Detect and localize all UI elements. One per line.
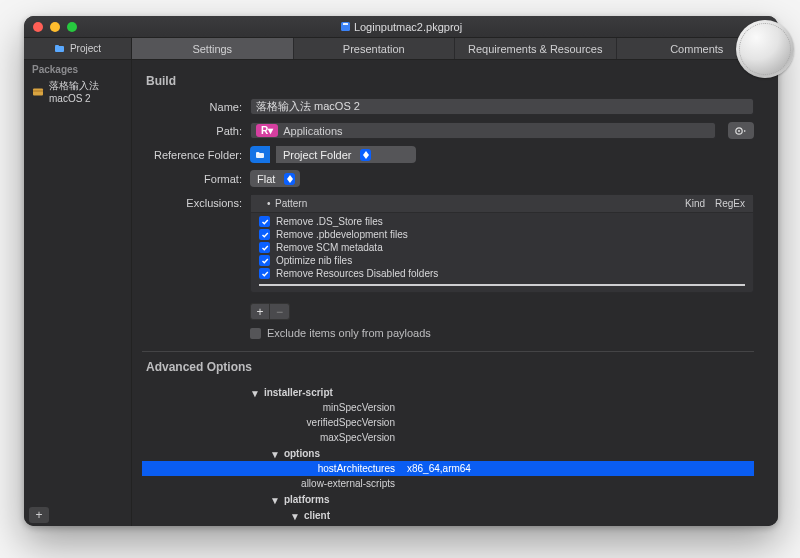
main-panel: Build Name: 落格输入法 macOS 2 Path: R▾ Appli…	[132, 60, 778, 526]
authenticity-seal-icon	[736, 20, 794, 78]
path-type-badge: R▾	[256, 124, 278, 137]
checkbox-icon[interactable]	[259, 268, 270, 279]
section-title-build: Build	[146, 74, 754, 88]
label-name: Name:	[142, 101, 250, 113]
label-exclusions: Exclusions:	[142, 194, 250, 209]
tree-row-hostarchitectures[interactable]: hostArchitecturesx86_64,arm64	[142, 461, 754, 476]
tree-group-platforms[interactable]: ▼platforms	[142, 491, 754, 507]
svg-rect-4	[33, 88, 43, 95]
col-regex: RegEx	[705, 198, 745, 209]
checkbox-icon[interactable]	[259, 216, 270, 227]
exclusion-row[interactable]: Optimize nib files	[251, 254, 753, 267]
tab-bar: Settings Presentation Requirements & Res…	[132, 38, 778, 59]
exclude-payloads-row[interactable]: Exclude items only from payloads	[250, 327, 754, 339]
disclosure-icon: ▼	[270, 495, 280, 506]
tab-presentation[interactable]: Presentation	[294, 38, 456, 59]
toolbar: Project Settings Presentation Requiremen…	[24, 38, 778, 60]
exclusion-row[interactable]: Remove .DS_Store files	[251, 215, 753, 228]
tree-row[interactable]: arch	[142, 523, 754, 526]
disclosure-icon: ▼	[270, 449, 280, 460]
svg-rect-8	[256, 152, 260, 154]
tree-row[interactable]: verifiedSpecVersion	[142, 415, 754, 430]
exclusion-row[interactable]: Remove .pbdevelopment files	[251, 228, 753, 241]
popup-arrows-icon	[360, 149, 371, 161]
svg-rect-3	[55, 45, 59, 47]
label-path: Path:	[142, 125, 250, 137]
label-format: Format:	[142, 173, 250, 185]
project-toolbar-label: Project	[70, 43, 101, 54]
svg-point-6	[738, 130, 740, 132]
reference-folder-type-badge[interactable]	[250, 146, 270, 163]
add-package-button[interactable]: +	[29, 507, 49, 523]
tree-group-options[interactable]: ▼options	[142, 445, 754, 461]
col-kind: Kind	[671, 198, 705, 209]
exclude-payloads-label: Exclude items only from payloads	[267, 327, 431, 339]
exclusions-table: • Pattern Kind RegEx Remove .DS_Store fi…	[250, 194, 754, 293]
disclosure-icon: ▼	[290, 511, 300, 522]
col-pattern: Pattern	[275, 198, 671, 209]
checkbox-icon[interactable]	[259, 229, 270, 240]
svg-rect-1	[343, 23, 348, 25]
sidebar-item-package[interactable]: 落格输入法 macOS 2	[24, 77, 131, 106]
project-toolbar-button[interactable]: Project	[24, 38, 132, 59]
exclusions-header: • Pattern Kind RegEx	[251, 195, 753, 213]
exclusions-add-remove: + −	[250, 303, 754, 320]
sidebar: Packages 落格输入法 macOS 2 +	[24, 60, 132, 526]
path-value: Applications	[283, 125, 342, 137]
tree-row[interactable]: allow-external-scripts	[142, 476, 754, 491]
advanced-options-tree: ▼installer-script minSpecVersion verifie…	[142, 384, 754, 526]
remove-exclusion-button[interactable]: −	[270, 303, 290, 320]
path-field[interactable]: R▾ Applications	[250, 122, 716, 139]
exclusion-row[interactable]: Remove SCM metadata	[251, 241, 753, 254]
format-popup[interactable]: Flat	[250, 170, 300, 187]
section-title-advanced: Advanced Options	[146, 360, 754, 374]
sidebar-heading: Packages	[24, 60, 131, 77]
sidebar-item-label: 落格输入法 macOS 2	[49, 79, 123, 104]
tab-settings[interactable]: Settings	[132, 38, 294, 59]
name-field[interactable]: 落格输入法 macOS 2	[250, 98, 754, 115]
exclusion-row[interactable]: Remove Resources Disabled folders	[251, 267, 753, 280]
tree-group-installer-script[interactable]: ▼installer-script	[142, 384, 754, 400]
titlebar: Loginputmac2.pkgproj	[24, 16, 778, 38]
reference-folder-popup[interactable]: Project Folder	[276, 146, 416, 163]
checkbox-icon[interactable]	[259, 255, 270, 266]
add-exclusion-button[interactable]: +	[250, 303, 270, 320]
checkbox-icon[interactable]	[250, 328, 261, 339]
window-title: Loginputmac2.pkgproj	[24, 21, 778, 33]
checkbox-icon[interactable]	[259, 242, 270, 253]
exclusions-rows: Remove .DS_Store files Remove .pbdevelop…	[251, 213, 753, 292]
disclosure-icon: ▼	[250, 388, 260, 399]
app-window: Loginputmac2.pkgproj Project Settings Pr…	[24, 16, 778, 526]
label-reference-folder: Reference Folder:	[142, 149, 250, 161]
tree-row[interactable]: minSpecVersion	[142, 400, 754, 415]
tree-group-client[interactable]: ▼client	[142, 507, 754, 523]
tab-requirements-resources[interactable]: Requirements & Resources	[455, 38, 617, 59]
popup-arrows-icon	[284, 173, 295, 185]
path-options-button[interactable]	[728, 122, 754, 139]
tree-row[interactable]: maxSpecVersion	[142, 430, 754, 445]
